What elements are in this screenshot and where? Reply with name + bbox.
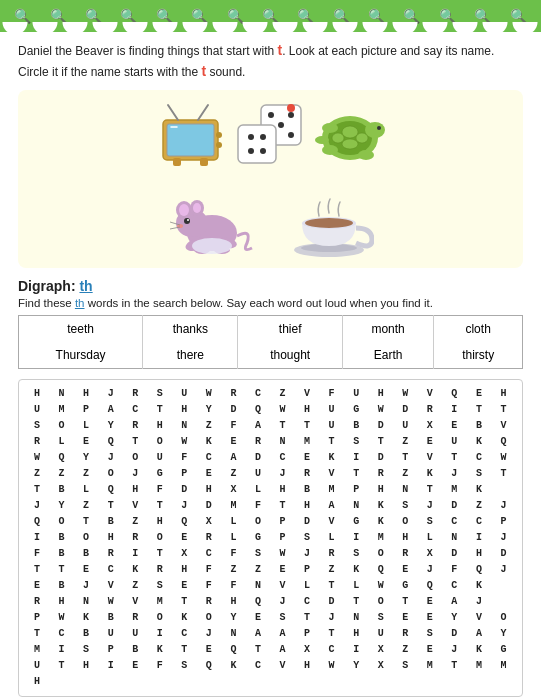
ws-cell-2-11: T (295, 418, 319, 434)
ws-cell-5-15: Z (393, 466, 417, 482)
ws-cell-15-19: Y (491, 626, 515, 642)
ws-cell-0-17: Q (442, 386, 466, 402)
ws-cell-11-17: F (442, 562, 466, 578)
ws-cell-13-2: N (74, 594, 98, 610)
ws-cell-9-14: M (369, 530, 393, 546)
ws-cell-8-1: O (50, 514, 74, 530)
ws-cell-17-0: T (50, 658, 74, 674)
ws-cell-0-6: U (172, 386, 196, 402)
ws-cell-12-1: B (50, 578, 74, 594)
ws-cell-9-1: B (50, 530, 74, 546)
ws-cell-7-13: N (344, 498, 368, 514)
ws-cell-15-2: B (74, 626, 98, 642)
word-bottom-2: thought (238, 342, 343, 369)
ws-cell-7-7: D (197, 498, 221, 514)
ws-cell-7-9: F (246, 498, 270, 514)
ws-cell-13-11: C (295, 594, 319, 610)
word-bottom-0: Thursday (19, 342, 143, 369)
ws-cell-13-12: D (320, 594, 344, 610)
teacup-illustration (284, 188, 374, 258)
ws-cell-5-2: Z (74, 466, 98, 482)
ws-cell-5-6: P (172, 466, 196, 482)
ws-cell-10-15: R (393, 546, 417, 562)
ws-cell-2-0: S (25, 418, 49, 434)
ws-cell-1-18: T (467, 402, 491, 418)
svg-point-23 (342, 126, 358, 138)
ws-cell-10-9: S (246, 546, 270, 562)
ws-cell-12-14: W (369, 578, 393, 594)
ws-cell-4-12: K (320, 450, 344, 466)
ws-cell-16-10: A (270, 642, 294, 658)
ws-cell-15-1: C (50, 626, 74, 642)
ws-cell-15-18: A (467, 626, 491, 642)
ws-cell-13-16: E (418, 594, 442, 610)
ws-cell-17-15: M (418, 658, 442, 674)
ws-cell-8-9: O (246, 514, 270, 530)
ws-cell-8-16: S (418, 514, 442, 530)
ws-cell-14-8: Y (221, 610, 245, 626)
ws-cell-14-3: B (99, 610, 123, 626)
ws-cell-7-17: D (442, 498, 466, 514)
ws-cell-17-8: C (246, 658, 270, 674)
ws-cell-0-16: V (418, 386, 442, 402)
ws-cell-2-5: H (148, 418, 172, 434)
ws-cell-10-2: B (74, 546, 98, 562)
ws-cell-12-3: V (99, 578, 123, 594)
ws-cell-11-6: H (172, 562, 196, 578)
ws-cell-3-6: W (172, 434, 196, 450)
svg-point-48 (192, 238, 232, 254)
ws-cell-7-19: J (491, 498, 515, 514)
ws-cell-17-17: M (467, 658, 491, 674)
ws-cell-2-1: O (50, 418, 74, 434)
ws-cell-9-4: R (123, 530, 147, 546)
word-top-3: month (342, 316, 433, 343)
ws-cell-12-6: E (172, 578, 196, 594)
ws-cell-4-8: A (221, 450, 245, 466)
ws-cell-16-11: X (295, 642, 319, 658)
ws-cell-14-5: O (148, 610, 172, 626)
svg-point-7 (216, 132, 222, 138)
ws-cell-4-19: W (491, 450, 515, 466)
ws-cell-4-10: C (270, 450, 294, 466)
ws-cell-13-13: T (344, 594, 368, 610)
svg-point-27 (365, 122, 385, 138)
ws-cell-12-18: K (467, 578, 491, 594)
ws-cell-10-16: X (418, 546, 442, 562)
border-icon: 🔍 (474, 8, 491, 24)
ws-cell-15-12: T (320, 626, 344, 642)
ws-cell-4-14: D (369, 450, 393, 466)
border-icon: 🔍 (14, 8, 31, 24)
ws-cell-7-0: J (25, 498, 49, 514)
ws-cell-6-8: X (221, 482, 245, 498)
ws-cell-12-0: E (25, 578, 49, 594)
ws-cell-17-7: K (221, 658, 245, 674)
svg-point-36 (179, 204, 189, 216)
ws-cell-13-18: J (467, 594, 491, 610)
image-area (18, 90, 523, 268)
ws-cell-3-2: E (74, 434, 98, 450)
ws-cell-17-3: E (123, 658, 147, 674)
ws-cell-16-7: E (197, 642, 221, 658)
ws-cell-10-7: C (197, 546, 221, 562)
border-icon: 🔍 (368, 8, 385, 24)
ws-cell-17-6: Q (197, 658, 221, 674)
ws-cell-14-19: O (491, 610, 515, 626)
ws-cell-4-4: O (123, 450, 147, 466)
svg-point-10 (268, 112, 274, 118)
ws-cell-5-9: U (246, 466, 270, 482)
ws-cell-14-12: J (320, 610, 344, 626)
ws-cell-5-16: K (418, 466, 442, 482)
ws-cell-8-17: C (442, 514, 466, 530)
ws-cell-10-13: S (344, 546, 368, 562)
ws-cell-15-0: T (25, 626, 49, 642)
ws-cell-16-17: J (442, 642, 466, 658)
ws-cell-0-7: W (197, 386, 221, 402)
ws-cell-13-10: J (270, 594, 294, 610)
ws-cell-4-3: J (99, 450, 123, 466)
ws-cell-2-7: Z (197, 418, 221, 434)
ws-cell-7-12: A (320, 498, 344, 514)
ws-cell-7-10: T (270, 498, 294, 514)
ws-cell-9-2: O (74, 530, 98, 546)
ws-cell-14-7: O (197, 610, 221, 626)
ws-cell-12-15: G (393, 578, 417, 594)
